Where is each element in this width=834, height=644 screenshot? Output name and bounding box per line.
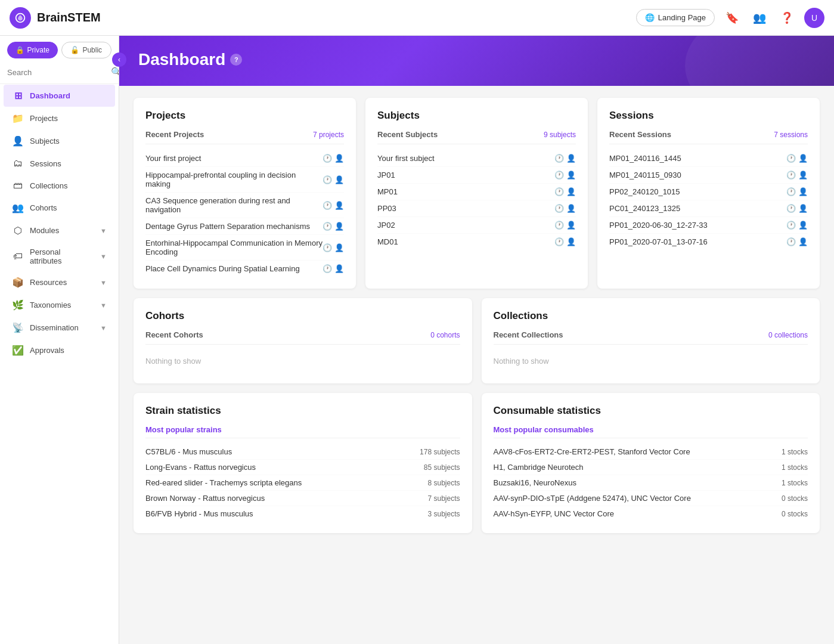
clock-icon[interactable]: 🕐 — [323, 201, 332, 210]
resources-icon: 📦 — [12, 277, 24, 288]
table-row: JP01 🕐 👤 — [377, 167, 576, 184]
user-icon[interactable]: 👤 — [334, 222, 344, 231]
clock-icon[interactable]: 🕐 — [786, 204, 796, 213]
sidebar-toggle-area: 🔒 Private 🔓 Public — [0, 36, 119, 61]
project-name: Dentage Gyrus Pattern Separation mechani… — [145, 222, 323, 231]
consumable-list: AAV8-cFos-ERT2-Cre-ERT2-PEST, Stanford V… — [494, 444, 808, 521]
clock-icon[interactable]: 🕐 — [323, 243, 332, 252]
strain-value: 178 subjects — [420, 448, 460, 456]
sidebar-item-projects[interactable]: 📁 Projects — [4, 107, 115, 129]
row-actions: 🕐 👤 — [786, 237, 808, 246]
chevron-down-icon: ▼ — [100, 302, 107, 309]
sidebar-item-dissemination[interactable]: 📡 Dissemination ▼ — [4, 317, 115, 339]
sidebar-item-personal-attributes[interactable]: 🏷 Personal attributes ▼ — [4, 242, 115, 271]
clock-icon[interactable]: 🕐 — [786, 154, 796, 163]
user-icon[interactable]: 👤 — [798, 171, 808, 179]
clock-icon[interactable]: 🕐 — [323, 264, 332, 273]
user-icon[interactable]: 👤 — [334, 175, 344, 184]
taxonomies-icon: 🌿 — [12, 299, 24, 311]
landing-page-button[interactable]: 🌐 Landing Page — [636, 9, 715, 26]
search-input[interactable] — [7, 68, 107, 77]
sessions-list: MP01_240116_1445 🕐 👤 MP01_240115_0930 🕐 … — [609, 150, 808, 250]
list-item: Buzsaki16, NeuroNexus 1 stocks — [494, 475, 808, 491]
list-item: AAV-hSyn-EYFP, UNC Vector Core 0 stocks — [494, 506, 808, 521]
cohorts-section-title: Recent Cohorts — [145, 330, 203, 339]
sidebar-search-area: 🔍 — [0, 61, 119, 84]
brand-name: BrainSTEM — [37, 11, 101, 24]
clock-icon[interactable]: 🕐 — [786, 237, 796, 246]
sessions-card-title: Sessions — [609, 110, 808, 122]
collections-empty-message: Nothing to show — [494, 351, 808, 371]
chevron-down-icon: ▼ — [100, 324, 107, 332]
user-icon[interactable]: 👤 — [566, 237, 576, 246]
user-icon[interactable]: 👤 — [566, 204, 576, 213]
user-icon[interactable]: 👤 — [798, 221, 808, 230]
clock-icon[interactable]: 🕐 — [554, 221, 564, 230]
sidebar-item-modules[interactable]: ⬡ Modules ▼ — [4, 219, 115, 242]
stats-grid: Strain statistics Most popular strains C… — [134, 393, 820, 533]
table-row: Dentage Gyrus Pattern Separation mechani… — [145, 218, 344, 235]
user-icon[interactable]: 👤 — [798, 204, 808, 213]
subject-name: MP01 — [377, 187, 554, 196]
avatar-initial: U — [811, 13, 817, 23]
users-button[interactable]: 👥 — [749, 8, 770, 28]
chevron-down-icon: ▼ — [100, 279, 107, 286]
public-toggle[interactable]: 🔓 Public — [61, 42, 112, 58]
clock-icon[interactable]: 🕐 — [323, 222, 332, 231]
sidebar-item-collections[interactable]: 🗃 Collections — [4, 175, 115, 196]
sidebar-collapse-button[interactable]: ‹ — [112, 52, 126, 67]
strain-name: B6/FVB Hybrid - Mus musculus — [145, 509, 253, 518]
clock-icon[interactable]: 🕐 — [554, 171, 564, 179]
sidebar-item-taxonomies[interactable]: 🌿 Taxonomies ▼ — [4, 294, 115, 316]
collections-count: 0 collections — [768, 331, 808, 339]
user-icon[interactable]: 👤 — [334, 243, 344, 252]
sidebar-item-subjects[interactable]: 👤 Subjects — [4, 130, 115, 152]
clock-icon[interactable]: 🕐 — [554, 154, 564, 163]
user-icon[interactable]: 👤 — [334, 154, 344, 163]
row-actions: 🕐 👤 — [554, 237, 576, 246]
clock-icon[interactable]: 🕐 — [786, 187, 796, 196]
user-icon[interactable]: 👤 — [566, 154, 576, 163]
dashboard-help-icon[interactable]: ? — [230, 54, 242, 66]
sidebar-item-label: Approvals — [30, 346, 107, 355]
list-item: C57BL/6 - Mus musculus 178 subjects — [145, 444, 460, 460]
subjects-icon: 👤 — [12, 135, 24, 147]
clock-icon[interactable]: 🕐 — [323, 154, 332, 163]
project-name: CA3 Sequence generation during rest and … — [145, 196, 323, 214]
clock-icon[interactable]: 🕐 — [323, 175, 332, 184]
user-icon[interactable]: 👤 — [566, 221, 576, 230]
user-icon[interactable]: 👤 — [566, 187, 576, 196]
clock-icon[interactable]: 🕐 — [554, 237, 564, 246]
user-icon[interactable]: 👤 — [334, 201, 344, 210]
clock-icon[interactable]: 🕐 — [786, 171, 796, 179]
strain-name: C57BL/6 - Mus musculus — [145, 447, 232, 456]
subject-name: Your first subject — [377, 154, 554, 163]
help-button[interactable]: ❓ — [777, 8, 797, 28]
row-actions: 🕐 👤 — [323, 243, 344, 252]
list-item: B6/FVB Hybrid - Mus musculus 3 subjects — [145, 506, 460, 521]
bookmark-button[interactable]: 🔖 — [722, 8, 742, 28]
user-icon[interactable]: 👤 — [334, 264, 344, 273]
clock-icon[interactable]: 🕐 — [786, 221, 796, 230]
subject-name: JP02 — [377, 221, 554, 230]
user-icon[interactable]: 👤 — [566, 171, 576, 179]
row-actions: 🕐 👤 — [786, 187, 808, 196]
session-name: PP02_240120_1015 — [609, 187, 786, 196]
table-row: Entorhinal-Hippocampal Communication in … — [145, 235, 344, 261]
cohorts-card: Cohorts Recent Cohorts 0 cohorts Nothing… — [134, 298, 472, 383]
sidebar-item-dashboard[interactable]: ⊞ Dashboard — [4, 85, 115, 107]
clock-icon[interactable]: 🕐 — [554, 204, 564, 213]
sidebar-item-sessions[interactable]: 🗂 Sessions — [4, 153, 115, 174]
sidebar-item-cohorts[interactable]: 👥 Cohorts — [4, 197, 115, 219]
clock-icon[interactable]: 🕐 — [554, 187, 564, 196]
user-icon[interactable]: 👤 — [798, 237, 808, 246]
sidebar-item-approvals[interactable]: ✅ Approvals — [4, 339, 115, 361]
consumable-name: Buzsaki16, NeuroNexus — [494, 478, 576, 487]
user-icon[interactable]: 👤 — [798, 154, 808, 163]
private-toggle[interactable]: 🔒 Private — [7, 42, 58, 58]
collections-section-header: Recent Collections 0 collections — [494, 330, 808, 345]
sidebar-item-resources[interactable]: 📦 Resources ▼ — [4, 271, 115, 293]
user-icon[interactable]: 👤 — [798, 187, 808, 196]
row-actions: 🕐 👤 — [786, 154, 808, 163]
avatar[interactable]: U — [804, 8, 824, 28]
